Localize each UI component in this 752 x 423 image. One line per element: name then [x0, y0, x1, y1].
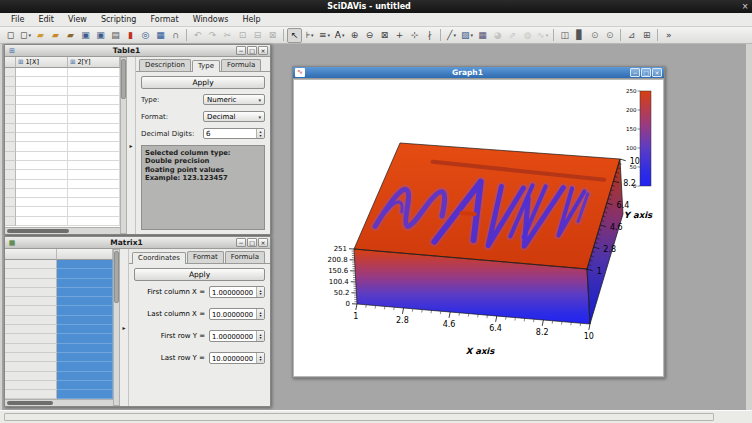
- first-column-x-field[interactable]: 1.00000000▴▾: [209, 286, 265, 298]
- matrix1-panel-splitter[interactable]: ▸: [120, 249, 128, 406]
- rescale-show-all-button[interactable]: ⊠: [377, 28, 392, 43]
- first-row-y-field[interactable]: 1.00000000▴▾: [209, 330, 265, 342]
- table1-panel-splitter[interactable]: ▸: [127, 57, 135, 234]
- matrix1-minimize-button[interactable]: −: [236, 238, 246, 247]
- add-text-dropdown-button[interactable]: A▾: [332, 28, 347, 43]
- duplicate-window-button[interactable]: ⊙: [587, 28, 602, 43]
- matrix-cell[interactable]: [57, 316, 113, 325]
- menu-edit[interactable]: Edit: [31, 14, 61, 25]
- table-cell[interactable]: [16, 189, 68, 198]
- matrix-cell[interactable]: [57, 325, 113, 334]
- add-image-button[interactable]: ▦: [475, 28, 490, 43]
- matrix-cell[interactable]: [57, 390, 113, 399]
- new-project-button[interactable]: ◻: [3, 28, 18, 43]
- matrix1-titlebar[interactable]: ▦ Matrix1 − □ ×: [5, 237, 270, 249]
- table-cell[interactable]: [68, 180, 120, 189]
- project-explorer-button[interactable]: ◎: [138, 28, 153, 43]
- matrix-cell[interactable]: [57, 334, 113, 343]
- screen-reader-button[interactable]: +: [392, 28, 407, 43]
- matrix-column-header[interactable]: [57, 249, 113, 260]
- table-cell[interactable]: [16, 161, 68, 170]
- graph1-close-button[interactable]: ×: [652, 68, 662, 77]
- matrix1-maximize-button[interactable]: □: [247, 238, 257, 247]
- table-cell[interactable]: [68, 170, 120, 179]
- draw-line-dropdown-button[interactable]: ╱▾: [444, 28, 459, 43]
- last-row-y-field[interactable]: 10.0000000▴▾: [209, 352, 265, 364]
- menu-file[interactable]: File: [4, 14, 31, 25]
- layer-options-button[interactable]: ⊙: [602, 28, 617, 43]
- matrix-cell[interactable]: [57, 260, 113, 269]
- matrix-cell[interactable]: [57, 381, 113, 390]
- matrix-cell[interactable]: [57, 353, 113, 362]
- table-cell[interactable]: [68, 77, 120, 86]
- matrix-cell[interactable]: [57, 344, 113, 353]
- table-cell[interactable]: [68, 142, 120, 151]
- table-cell[interactable]: [16, 87, 68, 96]
- menu-help[interactable]: Help: [235, 14, 267, 25]
- toolbar-overflow-button[interactable]: »: [661, 28, 676, 43]
- table-cell[interactable]: [68, 105, 120, 114]
- zoom-in-button[interactable]: ⊕: [347, 28, 362, 43]
- print-button[interactable]: ▤: [108, 28, 123, 43]
- table-cell[interactable]: [16, 180, 68, 189]
- table1-close-button[interactable]: ×: [258, 46, 268, 55]
- zoom-out-button[interactable]: ⊖: [362, 28, 377, 43]
- new-graph-button[interactable]: ◫: [557, 28, 572, 43]
- format-combo[interactable]: Decimal▾: [203, 111, 265, 122]
- new-table-button[interactable]: ▦: [153, 28, 168, 43]
- spin-down-icon[interactable]: ▾: [259, 134, 261, 138]
- data-reader-button[interactable]: ⊹: [407, 28, 422, 43]
- matrix-cell[interactable]: [57, 362, 113, 371]
- matrix-cell[interactable]: [57, 288, 113, 297]
- table-cell[interactable]: [16, 114, 68, 123]
- open-project-button[interactable]: ▰: [33, 28, 48, 43]
- matrix-cell[interactable]: [57, 372, 113, 381]
- table-cell[interactable]: [68, 114, 120, 123]
- plot-style-dropdown-button[interactable]: ≡▾: [317, 28, 332, 43]
- select-range-button[interactable]: ∤: [422, 28, 437, 43]
- plot-3d-surface[interactable]: 12.84.66.48.21012.84.66.48.210251200.815…: [293, 79, 664, 377]
- open-template-button[interactable]: ▰: [48, 28, 63, 43]
- table1-apply-button[interactable]: Apply: [141, 76, 265, 89]
- matrix-cell[interactable]: [57, 279, 113, 288]
- matrix1-vscrollbar[interactable]: [113, 249, 120, 406]
- table-cell[interactable]: [68, 217, 120, 226]
- matrix1-apply-button[interactable]: Apply: [134, 268, 265, 281]
- export-pdf-button[interactable]: ▮: [123, 28, 138, 43]
- import-ascii-button[interactable]: ▰: [63, 28, 78, 43]
- column-header-2[y][interactable]: ⊞2[Y]: [68, 57, 120, 68]
- graph1-minimize-button[interactable]: −: [630, 68, 640, 77]
- graph1-maximize-button[interactable]: □: [641, 68, 651, 77]
- table1-titlebar[interactable]: ⊞ Table1 − □ ×: [5, 45, 270, 57]
- matrix1-tab-coordinates[interactable]: Coordinates: [132, 252, 186, 264]
- type-combo[interactable]: Numeric▾: [203, 94, 265, 105]
- table-cell[interactable]: [16, 170, 68, 179]
- new-note-button[interactable]: ▊: [572, 28, 587, 43]
- table1-minimize-button[interactable]: −: [236, 46, 246, 55]
- table-cell[interactable]: [16, 207, 68, 216]
- table-cell[interactable]: [68, 133, 120, 142]
- save-project-as-button[interactable]: ▣: [93, 28, 108, 43]
- table-cell[interactable]: [68, 189, 120, 198]
- table1-hscrollbar[interactable]: [5, 227, 120, 234]
- table1-tab-formula[interactable]: Formula: [221, 59, 261, 71]
- last-column-x-field[interactable]: 10.0000000▴▾: [209, 308, 265, 320]
- table-cell[interactable]: [16, 96, 68, 105]
- add-curve-dropdown-button[interactable]: ▨▾: [459, 28, 475, 43]
- table-cell[interactable]: [68, 161, 120, 170]
- add-column-button[interactable]: ⊞: [639, 28, 654, 43]
- table1-maximize-button[interactable]: □: [247, 46, 257, 55]
- spin-down-icon[interactable]: ▾: [259, 292, 261, 296]
- graph1-titlebar[interactable]: ∿ Graph1 − □ ×: [293, 67, 664, 79]
- table1-tab-description[interactable]: Description: [139, 59, 191, 71]
- table-cell[interactable]: [68, 68, 120, 77]
- column-header-1[x][interactable]: ⊞1[X]: [16, 57, 68, 68]
- pointer-button[interactable]: ↖: [287, 28, 302, 43]
- table-cell[interactable]: [68, 96, 120, 105]
- menu-format[interactable]: Format: [143, 14, 185, 25]
- table-cell[interactable]: [68, 87, 120, 96]
- table-cell[interactable]: [16, 133, 68, 142]
- matrix-cell[interactable]: [57, 306, 113, 315]
- spin-down-icon[interactable]: ▾: [259, 358, 261, 362]
- menu-view[interactable]: View: [61, 14, 94, 25]
